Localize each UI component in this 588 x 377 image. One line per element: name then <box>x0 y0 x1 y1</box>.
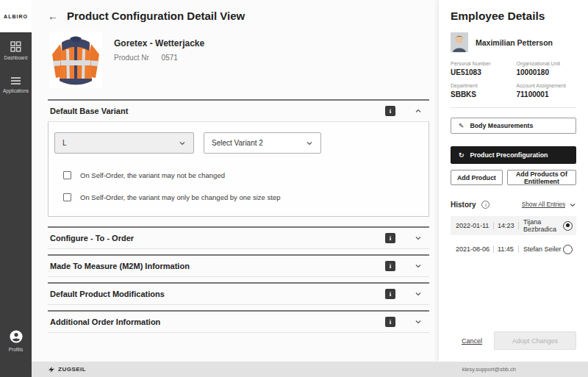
avatar <box>451 32 468 52</box>
panel-actions: Cancel Adopt Changes <box>451 331 576 354</box>
field-label: Organizational Unit <box>517 61 577 66</box>
radio-unselected[interactable] <box>563 245 573 254</box>
chevron-down-icon <box>179 140 186 147</box>
chevron-down-icon[interactable] <box>415 290 422 298</box>
sidebar-item-profile[interactable]: Profilis <box>0 320 32 359</box>
app-logo-text: ALBIRO <box>4 14 28 19</box>
variant2-dropdown[interactable]: Select Variant 2 <box>204 132 321 154</box>
back-arrow-icon[interactable]: ← <box>48 11 58 21</box>
sidebar-item-label: Dashboard <box>4 55 28 60</box>
employee-field: Department SBBKS <box>451 83 511 98</box>
product-number-label: Product Nr <box>114 54 149 62</box>
body-measurements-label: Body Measurements <box>470 122 533 129</box>
field-label: Account Assignement <box>517 83 577 88</box>
cancel-link[interactable]: Cancel <box>462 337 482 345</box>
history-header: History i Show All Entries <box>451 201 576 209</box>
chevron-down-icon[interactable] <box>415 234 422 242</box>
chevron-down-icon[interactable] <box>569 201 576 209</box>
add-product-button[interactable]: Add Product <box>451 170 503 185</box>
chevron-down-icon[interactable] <box>415 262 422 270</box>
sidebar-item-label: Applications <box>3 88 29 93</box>
add-products-of-entitlement-button[interactable]: Add Products Of Entitlement <box>507 170 576 185</box>
dashboard-grid-icon <box>10 41 21 52</box>
section-title: Configure - To - Order <box>50 234 385 243</box>
page-title: Product Configuration Detail View <box>67 10 245 22</box>
info-icon[interactable]: i <box>385 106 395 116</box>
checkbox-row: On Self-Order, the variant may only be c… <box>63 193 420 201</box>
history-row[interactable]: 2022-01-11 14:23 Tijana Bezbradica <box>451 216 576 235</box>
sidebar-item-label: Profilis <box>9 347 24 352</box>
employee-person: Maximilian Petterson <box>451 32 576 52</box>
info-icon[interactable]: i <box>385 261 395 271</box>
footer-brand-text: ZUGSEIL <box>58 366 86 373</box>
refresh-icon: ↻ <box>459 151 464 159</box>
chevron-up-icon[interactable] <box>415 107 422 115</box>
employee-fields: Personal Number UE51083 Organizational U… <box>451 61 576 108</box>
zugseil-logo-icon <box>48 366 55 373</box>
employee-panel-title: Employee Details <box>451 10 576 23</box>
app-column: ← Product Configuration Detail View <box>32 0 588 377</box>
product-name: Goretex - Wetterjacke <box>114 38 204 49</box>
product-info: Goretex - Wetterjacke Product Nr 0571 <box>114 32 204 88</box>
chevron-down-icon[interactable] <box>415 318 422 326</box>
section-configure-to-order: Configure - To - Order i <box>48 226 429 249</box>
page-header: ← Product Configuration Detail View <box>48 10 429 22</box>
adopt-changes-button[interactable]: Adopt Changes <box>494 331 576 350</box>
sidebar: ALBIRO Dashboard Applications Profilis <box>0 0 32 377</box>
product-image <box>49 32 102 88</box>
radio-selected[interactable] <box>563 221 573 231</box>
history-user: Tijana Bezbradica <box>519 218 563 233</box>
history-date: 2022-01-11 <box>456 222 494 229</box>
variant-dropdown-row: L Select Variant 2 <box>54 132 420 154</box>
employee-field: Personal Number UE51083 <box>451 61 511 76</box>
applications-menu-icon <box>10 76 21 85</box>
section-made-to-measure: Made To Measure (M2M) Information i <box>48 254 429 277</box>
field-value: 10000180 <box>517 68 577 76</box>
pencil-icon: ✎ <box>459 122 464 129</box>
sidebar-item-dashboard[interactable]: Dashboard <box>0 32 32 68</box>
sidebar-item-applications[interactable]: Applications <box>0 68 32 101</box>
checkbox[interactable] <box>63 193 71 201</box>
product-number-value: 0571 <box>162 54 178 62</box>
info-icon[interactable]: i <box>385 289 395 299</box>
footer: ZUGSEIL klesy.support@sbb.ch <box>32 362 588 377</box>
app-logo[interactable]: ALBIRO <box>0 0 32 32</box>
employee-details-panel: Employee Details Maximilian Petterson Pe… <box>439 0 588 362</box>
info-icon[interactable]: i <box>385 233 395 243</box>
field-label: Personal Number <box>451 61 511 66</box>
product-summary: Goretex - Wetterjacke Product Nr 0571 <box>49 32 429 88</box>
footer-brand: ZUGSEIL <box>48 366 86 373</box>
section-default-base-variant: Default Base Variant i L Select Variant … <box>48 99 429 217</box>
checkbox[interactable] <box>63 171 71 179</box>
info-icon[interactable]: i <box>385 317 395 327</box>
employee-name: Maximilian Petterson <box>476 38 553 47</box>
section-title: Default Base Variant <box>50 107 385 115</box>
section-title: Default Product Modifications <box>50 290 385 298</box>
accordion-header[interactable]: Default Base Variant i <box>48 101 429 122</box>
accordion-header[interactable]: Made To Measure (M2M) Information i <box>48 256 429 277</box>
support-email[interactable]: klesy.support@sbb.ch <box>462 366 516 373</box>
body-measurements-button[interactable]: ✎ Body Measurements <box>451 118 576 134</box>
chevron-down-icon <box>306 140 313 147</box>
history-row[interactable]: 2021-08-06 11:45 Stefan Seiler <box>451 240 576 259</box>
section-additional-order-information: Additional Order Information i <box>48 310 429 333</box>
show-all-entries-link[interactable]: Show All Entries <box>522 201 565 208</box>
section-title: Additional Order Information <box>50 317 385 326</box>
main-content: ← Product Configuration Detail View <box>32 0 439 362</box>
person-circle-icon <box>9 329 24 344</box>
field-label: Department <box>451 83 511 88</box>
accordion-header[interactable]: Additional Order Information i <box>48 312 429 333</box>
product-preconfiguration-button[interactable]: ↻ Product Preconfiguration <box>451 146 576 164</box>
add-buttons-row: Add Product Add Products Of Entitlement <box>451 170 576 185</box>
product-preconfiguration-label: Product Preconfiguration <box>470 151 548 159</box>
history-time: 14:23 <box>494 222 519 229</box>
info-circle-icon[interactable]: i <box>481 201 490 209</box>
history-time: 11:45 <box>494 245 519 253</box>
accordion-header[interactable]: Default Product Modifications i <box>48 284 429 305</box>
product-number: Product Nr 0571 <box>114 54 204 62</box>
variant1-dropdown[interactable]: L <box>54 132 194 154</box>
adopt-changes-label: Adopt Changes <box>512 337 558 345</box>
add-products-of-entitlement-label: Add Products Of Entitlement <box>514 170 570 185</box>
accordion-header[interactable]: Configure - To - Order i <box>48 228 429 249</box>
checkbox-label: On Self-Order, the variant may not be ch… <box>80 171 225 179</box>
